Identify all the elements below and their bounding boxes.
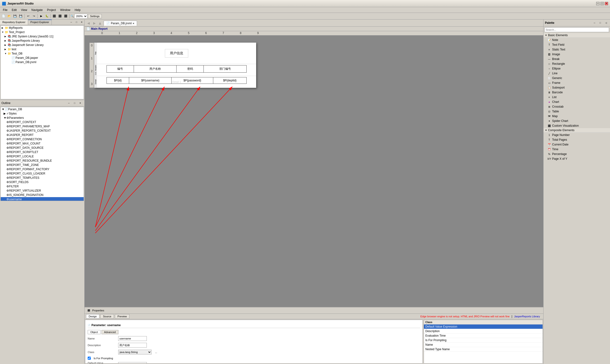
nav-back-button[interactable]: ◁	[86, 20, 91, 26]
align-center-button[interactable]: ⬛	[57, 13, 63, 19]
outline-timezone[interactable]: ⚙ REPORT_TIME_ZONE	[1, 163, 84, 167]
menu-project[interactable]: Project	[45, 8, 58, 12]
tree-item-jaspersoft-server[interactable]: ▶ 📚 Jaspersoft Server Library	[1, 43, 84, 47]
column-header-content[interactable]: 编号 用户名称 密码 部门编号	[97, 64, 256, 76]
tree-item-test-db[interactable]: ▼ 📁 Test_DB	[1, 52, 84, 56]
maximize-panel-button[interactable]: □	[74, 20, 79, 25]
open-button[interactable]: 📂	[7, 13, 12, 19]
align-right-button[interactable]: ⬛	[63, 13, 68, 19]
detail-password[interactable]: $P{password}	[172, 77, 213, 84]
tab-repository-explorer[interactable]: Repository Explorer	[0, 20, 28, 25]
palette-item-page-xy[interactable]: X/Y Page X of Y	[543, 156, 610, 161]
palette-item-list[interactable]: ≡ List	[543, 95, 610, 100]
prop-row-name-attr[interactable]: Nested Type Name	[424, 347, 542, 352]
palette-minimize[interactable]: ─	[592, 20, 597, 26]
minimize-button[interactable]: ─	[596, 2, 599, 5]
doc-tab-param-db[interactable]: 📄 Param_DB.jrxml ✕	[104, 21, 137, 26]
palette-item-table[interactable]: ⊡ Table	[543, 109, 610, 114]
prop-row-default-expr[interactable]: Description	[424, 329, 542, 334]
palette-item-break[interactable]: — Break	[543, 57, 610, 61]
nav-up-button[interactable]: △	[97, 20, 103, 26]
desc-input[interactable]	[118, 343, 147, 348]
palette-item-time[interactable]: ⏰ Time	[543, 147, 610, 152]
prop-row-prompting-attr[interactable]: Name	[424, 343, 542, 347]
outline-root[interactable]: ▼ 📄 Param_DB	[1, 107, 84, 111]
redo-button[interactable]: ↪	[31, 13, 37, 19]
outline-ignore-pagination[interactable]: ⚙ IS_IGNORE_PAGINATION	[1, 193, 84, 197]
tab-source[interactable]: Source	[100, 314, 114, 319]
tree-item-param-jrxml[interactable]: ▶ 📄 Param_DB.jrxml	[1, 60, 84, 64]
class-browse-button[interactable]: ...	[153, 350, 159, 355]
outline-locale[interactable]: ⚙ REPORT_LOCALE	[1, 154, 84, 158]
tree-item-test-project[interactable]: ▼ 📁 Test_Project	[1, 30, 84, 34]
outline-scriptlet[interactable]: ⚙ REPORT_SCRIPTLET	[1, 150, 84, 154]
debug-button[interactable]: 🐛	[44, 13, 50, 19]
outline-virtualizer[interactable]: ⚙ REPORT_VIRTUALIZER	[1, 189, 84, 193]
window-controls[interactable]: ─ □ ✕	[596, 2, 608, 5]
palette-basic-elements-header[interactable]: ▼ Basic Elements	[543, 33, 610, 38]
tree-item-myreports[interactable]: ▶ 📁 MyReports	[1, 26, 84, 30]
palette-search-input[interactable]	[544, 27, 609, 32]
zoom-select[interactable]: 200% 150% 100% 75%	[74, 14, 87, 19]
outline-parameters[interactable]: ▼ ⚙ Parameters	[1, 116, 84, 120]
tab-preview[interactable]: Preview	[115, 314, 129, 319]
class-select[interactable]: java.lang.String	[118, 350, 151, 354]
detail-id[interactable]: $P{id}	[107, 77, 129, 84]
palette-item-subreport[interactable]: 📋 Subreport	[543, 85, 610, 90]
properties-btn[interactable]: ⬛	[86, 308, 91, 313]
palette-item-barcode[interactable]: ≣ Barcode	[543, 90, 610, 95]
tab-object[interactable]: Object	[88, 330, 101, 334]
outline-templates[interactable]: ⚙ REPORT_TEMPLATES	[1, 176, 84, 180]
detail-username[interactable]: $P{username}	[129, 77, 172, 84]
palette-item-map[interactable]: 🗺 Map	[543, 114, 610, 118]
outline-sort-fields[interactable]: ⚙ SORT_FIELDS	[1, 180, 84, 184]
nav-forward-button[interactable]: ▷	[92, 20, 97, 26]
tab-project-explorer[interactable]: Project Explorer	[28, 20, 52, 25]
menu-navigate[interactable]: Navigate	[29, 8, 45, 12]
tab-advanced[interactable]: Advanced	[102, 330, 118, 334]
palette-item-page-number[interactable]: 1 Page Number	[543, 133, 610, 137]
palette-item-crosstab[interactable]: ⊞ Crosstab	[543, 104, 610, 109]
palette-item-line[interactable]: ╱ Line	[543, 71, 610, 76]
outline-minimize[interactable]: ─	[66, 101, 71, 106]
outline-parameters-map[interactable]: ⚙ REPORT_PARAMETERS_MAP	[1, 124, 84, 129]
tree-item-test[interactable]: ▶ 📁 test	[1, 47, 84, 52]
outline-max-count[interactable]: ⚙ REPORT_MAX_COUNT	[1, 142, 84, 146]
outline-data-source[interactable]: ⚙ REPORT_DATA_SOURCE	[1, 146, 84, 150]
palette-item-chart[interactable]: ● Chart	[543, 100, 610, 104]
detail-band-content[interactable]: Detail 1 $P{id} $P{username} $P{password…	[97, 76, 256, 88]
tree-item-param-jasper[interactable]: ▶ 📄 Param_DB.jasper	[1, 56, 84, 60]
prompting-checkbox[interactable]	[88, 357, 91, 360]
align-left-button[interactable]: ⬛	[52, 13, 57, 19]
canvas-scroll[interactable]: 0 1 2 3 Title	[85, 36, 543, 307]
close-button[interactable]: ✕	[605, 2, 608, 5]
prop-row-description-attr[interactable]: Evaluation Time	[424, 334, 542, 338]
outline-jasper-context[interactable]: ⚙ JASPER_REPORTS_CONTEXT	[1, 129, 84, 133]
palette-item-total-pages[interactable]: T Total Pages	[543, 137, 610, 142]
tab-design[interactable]: Design	[86, 314, 99, 319]
report-title[interactable]: 用户信息	[165, 49, 188, 58]
outline-filter[interactable]: ⚙ FILTER	[1, 184, 84, 189]
outline-maximize[interactable]: □	[72, 101, 77, 106]
palette-collapse[interactable]: ◁	[603, 20, 609, 26]
palette-item-statictext[interactable]: ≡ Static Text	[543, 47, 610, 52]
tree-item-jasperreports[interactable]: ▶ 📚 JasperReports Library	[1, 39, 84, 43]
palette-item-textfield[interactable]: T Text Field	[543, 42, 610, 47]
default-value-clear-button[interactable]: ⬛	[156, 362, 161, 364]
prop-row-eval-time-attr[interactable]: Is For Prompting	[424, 338, 542, 343]
tab-close-icon[interactable]: ✕	[133, 22, 134, 25]
default-value-input[interactable]	[118, 362, 147, 364]
outline-resource-bundle[interactable]: ⚙ REPORT_RESOURCE_BUNDLE	[1, 158, 84, 163]
title-band-content[interactable]: 用户信息	[97, 43, 256, 64]
menu-view[interactable]: View	[19, 8, 29, 12]
palette-item-ellipse[interactable]: ○ Ellipse	[543, 66, 610, 71]
default-value-browse-button[interactable]: ▲	[149, 362, 154, 364]
run-button[interactable]: ▶	[39, 13, 44, 19]
menu-help[interactable]: Help	[73, 8, 82, 12]
outline-report-connection[interactable]: ⚙ REPORT_CONNECTION	[1, 137, 84, 142]
save-button[interactable]: 💾	[12, 13, 18, 19]
detail-deptid[interactable]: $P{deptId}	[213, 77, 246, 84]
palette-item-custom-viz[interactable]: ⬛ Custom Visualization	[543, 123, 610, 128]
close-panel-button[interactable]: ✕	[79, 20, 84, 25]
palette-item-frame[interactable]: ▭ Frame	[543, 80, 610, 85]
